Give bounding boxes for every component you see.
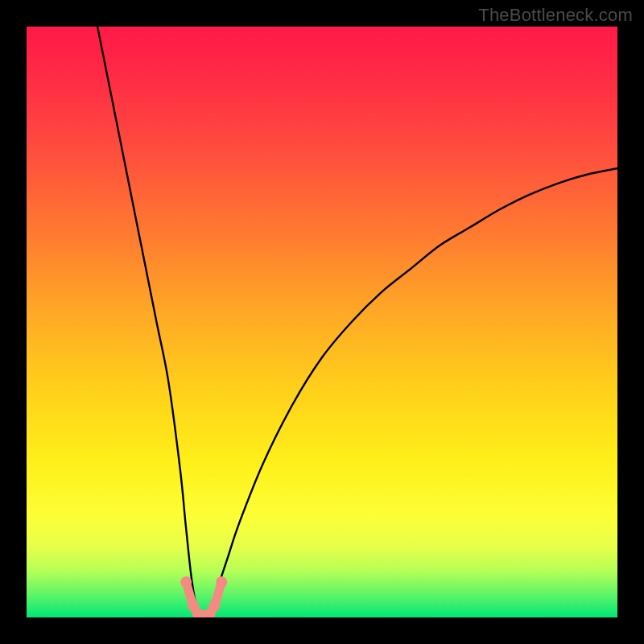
chart-frame: TheBottleneck.com — [0, 0, 644, 644]
plot-area — [27, 27, 617, 617]
marker-dot — [216, 576, 227, 588]
marker-dot — [180, 576, 192, 588]
curve-path — [97, 27, 617, 617]
watermark-text: TheBottleneck.com — [478, 5, 633, 26]
marker-dot — [208, 600, 220, 611]
chart-svg — [27, 27, 617, 617]
bottleneck-curve-line — [97, 27, 617, 617]
marker-points-group — [180, 576, 227, 617]
